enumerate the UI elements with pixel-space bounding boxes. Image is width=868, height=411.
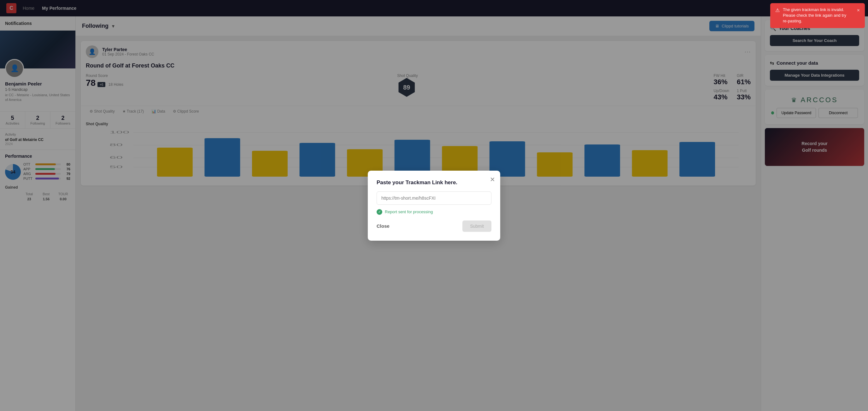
success-text: Report sent for processing: [385, 210, 433, 214]
trackman-modal: Paste your Trackman Link here. ✕ ✓ Repor…: [368, 171, 500, 241]
warning-icon: ⚠: [775, 7, 780, 14]
check-icon: ✓: [377, 209, 382, 215]
submit-button[interactable]: Submit: [462, 220, 491, 232]
error-toast: ⚠ The given trackman link is invalid. Pl…: [770, 3, 865, 28]
toast-message: The given trackman link is invalid. Plea…: [783, 7, 851, 24]
modal-actions: Close Submit: [377, 220, 491, 232]
close-button[interactable]: Close: [377, 223, 390, 229]
trackman-link-input[interactable]: [377, 191, 491, 205]
modal-overlay: Paste your Trackman Link here. ✕ ✓ Repor…: [0, 0, 868, 411]
modal-success-message: ✓ Report sent for processing: [377, 209, 491, 215]
modal-close-icon[interactable]: ✕: [490, 176, 495, 183]
modal-title: Paste your Trackman Link here.: [377, 180, 491, 186]
toast-close-icon[interactable]: ×: [857, 7, 860, 14]
